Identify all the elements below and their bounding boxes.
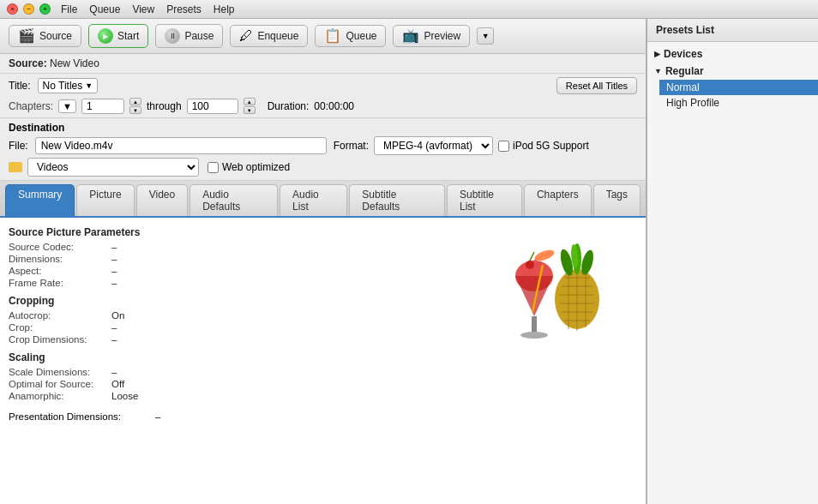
preview-button[interactable]: 📺 Preview xyxy=(393,25,470,47)
chapter-start-input[interactable] xyxy=(81,99,124,114)
start-icon: ▶ xyxy=(98,28,113,44)
regular-arrow: ▼ xyxy=(654,67,662,75)
preview-dropdown-button[interactable]: ▼ xyxy=(477,27,494,45)
destination-options-row: Videos Web optimized xyxy=(9,158,637,177)
source-icon: 🎬 xyxy=(18,29,35,43)
summary-row-dimensions: Dimensions: – xyxy=(9,254,457,264)
source-button-label: Source xyxy=(39,30,72,42)
chapter-end-increment[interactable]: ▲ xyxy=(244,98,256,105)
preset-high-profile-label: High Profile xyxy=(666,97,719,109)
preset-normal-label: Normal xyxy=(666,81,700,93)
summary-left: Source Picture Parameters Source Codec: … xyxy=(9,226,457,495)
aspect-val: – xyxy=(111,266,117,276)
duration-label: Duration: xyxy=(268,100,310,112)
destination-label: Destination xyxy=(9,122,637,134)
preview-button-label: Preview xyxy=(424,30,460,42)
scale-dimensions-key: Scale Dimensions: xyxy=(9,367,111,377)
format-section: Format: MPEG-4 (avformat) iPod 5G Suppor… xyxy=(334,136,589,155)
reset-all-titles-button[interactable]: Reset All Titles xyxy=(556,77,637,94)
tab-summary[interactable]: Summary xyxy=(5,184,75,216)
chapter-end-input[interactable] xyxy=(187,99,238,114)
start-button[interactable]: ▶ Start xyxy=(88,24,148,48)
tab-audio-list[interactable]: Audio List xyxy=(280,184,347,216)
web-optimized-label[interactable]: Web optimized xyxy=(208,161,290,173)
chapter-start-increment[interactable]: ▲ xyxy=(129,98,141,105)
file-label: File: xyxy=(9,140,28,152)
folder-row: Videos xyxy=(9,158,199,177)
source-value: New Video xyxy=(50,57,99,69)
file-input[interactable] xyxy=(35,137,327,154)
folder-icon xyxy=(9,162,22,172)
anamorphic-key: Anamorphic: xyxy=(9,391,111,401)
chapters-row: Chapters: ▼ ▲ ▼ through ▲ ▼ Duration: 00… xyxy=(9,98,637,114)
presentation-row: Presentation Dimensions: – xyxy=(9,411,457,422)
through-label: through xyxy=(147,100,182,112)
web-optimized-checkbox[interactable] xyxy=(208,162,219,173)
chapters-dropdown[interactable]: ▼ xyxy=(58,99,76,113)
title-dropdown-value: No Titles xyxy=(43,80,83,92)
menu-presets[interactable]: Presets xyxy=(166,3,201,15)
queue-button[interactable]: 📋 Queue xyxy=(315,25,386,47)
close-button[interactable]: × xyxy=(7,3,18,15)
minimize-button[interactable]: − xyxy=(23,3,34,15)
folder-select[interactable]: Videos xyxy=(27,158,199,177)
source-params-title: Source Picture Parameters xyxy=(9,226,457,238)
presets-group-devices[interactable]: ▶ Devices xyxy=(647,45,818,63)
title-label: Title: xyxy=(9,80,31,92)
tab-subtitle-defaults[interactable]: Subtitle Defaults xyxy=(349,184,445,216)
destination-file-row: File: Format: MPEG-4 (avformat) iPod 5G … xyxy=(9,136,637,155)
tab-subtitle-list[interactable]: Subtitle List xyxy=(447,184,522,216)
ipod-support-label[interactable]: iPod 5G Support xyxy=(498,140,589,152)
source-label: Source: xyxy=(9,57,47,69)
chapter-end-stepper: ▲ ▼ xyxy=(244,98,256,114)
summary-row-optimal: Optimal for Source: Off xyxy=(9,379,457,389)
summary-row-scale-dimensions: Scale Dimensions: – xyxy=(9,367,457,377)
format-select[interactable]: MPEG-4 (avformat) xyxy=(374,136,493,155)
source-button[interactable]: 🎬 Source xyxy=(9,25,81,47)
title-row: Title: No Titles ▼ Reset All Titles xyxy=(9,77,637,94)
pause-button-label: Pause xyxy=(184,30,214,42)
svg-point-6 xyxy=(526,261,534,269)
destination-section: Destination File: Format: MPEG-4 (avform… xyxy=(0,118,646,181)
summary-row-crop-dimensions: Crop Dimensions: – xyxy=(9,334,457,345)
ipod-support-checkbox[interactable] xyxy=(498,141,509,152)
chapters-label: Chapters: xyxy=(9,100,53,112)
summary-content: Source Picture Parameters Source Codec: … xyxy=(0,218,646,504)
tab-chapters[interactable]: Chapters xyxy=(524,184,592,216)
menu-view[interactable]: View xyxy=(132,3,154,15)
tab-audio-defaults[interactable]: Audio Defaults xyxy=(189,184,278,216)
title-dropdown-arrow: ▼ xyxy=(85,81,93,90)
main-container: 🎬 Source ▶ Start ⏸ Pause 🖊 Enqueue 📋 Que… xyxy=(0,19,818,504)
tab-picture[interactable]: Picture xyxy=(76,184,134,216)
menu-queue[interactable]: Queue xyxy=(89,3,120,15)
presentation-dimensions-value: – xyxy=(155,411,160,422)
scaling-title: Scaling xyxy=(9,351,457,363)
preset-normal[interactable]: Normal xyxy=(659,80,818,95)
tab-video[interactable]: Video xyxy=(136,184,188,216)
summary-row-framerate: Frame Rate: – xyxy=(9,278,457,288)
pause-button[interactable]: ⏸ Pause xyxy=(155,24,223,48)
maximize-button[interactable]: + xyxy=(39,3,51,15)
left-panel: 🎬 Source ▶ Start ⏸ Pause 🖊 Enqueue 📋 Que… xyxy=(0,19,647,504)
presets-header: Presets List xyxy=(647,19,818,42)
queue-button-label: Queue xyxy=(346,30,376,42)
enqueue-button[interactable]: 🖊 Enqueue xyxy=(230,25,308,47)
preset-high-profile[interactable]: High Profile xyxy=(659,95,818,111)
presets-group-regular[interactable]: ▼ Regular xyxy=(647,63,818,80)
tab-tags[interactable]: Tags xyxy=(593,184,641,216)
chapter-end-decrement[interactable]: ▼ xyxy=(244,106,256,114)
enqueue-button-label: Enqueue xyxy=(257,30,298,42)
devices-label: Devices xyxy=(664,48,702,60)
chapter-start-decrement[interactable]: ▼ xyxy=(129,106,141,114)
summary-row-codec: Source Codec: – xyxy=(9,242,457,252)
handbrake-logo xyxy=(483,235,620,355)
title-dropdown[interactable]: No Titles ▼ xyxy=(38,78,99,93)
menu-file[interactable]: File xyxy=(61,3,77,15)
preview-icon: 📺 xyxy=(402,29,419,43)
pause-icon: ⏸ xyxy=(165,28,180,44)
dimensions-val: – xyxy=(111,254,117,264)
summary-row-crop: Crop: – xyxy=(9,322,457,333)
menu-help[interactable]: Help xyxy=(214,3,235,15)
chapter-start-stepper: ▲ ▼ xyxy=(129,98,141,114)
tabs-bar: Summary Picture Video Audio Defaults Aud… xyxy=(0,181,646,218)
